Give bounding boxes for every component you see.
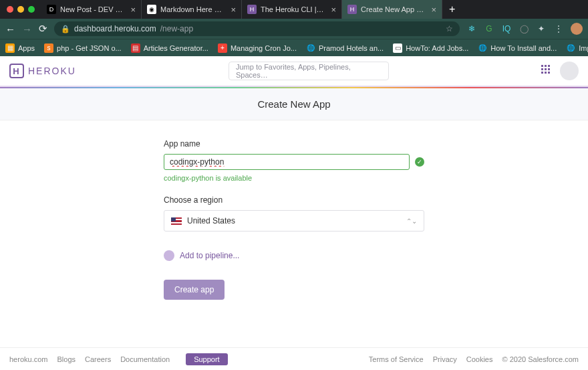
browser-tab[interactable]: H The Heroku CLI | Heroku Dev C × — [242, 0, 342, 19]
lock-icon: 🔒 — [61, 25, 70, 33]
forward-icon[interactable]: → — [22, 23, 32, 35]
app-name-input[interactable] — [164, 154, 410, 170]
dev-favicon-icon: D — [47, 5, 56, 14]
tab-label: The Heroku CLI | Heroku Dev C — [261, 5, 324, 13]
user-avatar[interactable] — [560, 62, 579, 80]
bookmark[interactable]: 🌐How To Install and... — [478, 43, 557, 53]
back-icon[interactable]: ← — [5, 23, 15, 35]
new-tab-button[interactable]: + — [442, 3, 462, 15]
tab-label: New Post - DEV Community 🌱 — [60, 5, 124, 14]
region-value: United States — [187, 216, 235, 225]
extension-icon[interactable]: ◯ — [519, 23, 529, 34]
close-window-icon[interactable] — [7, 6, 13, 13]
bookmark[interactable]: ▭HowTo: Add Jobs... — [393, 43, 468, 53]
nav-bar: ← → ⟳ 🔒 dashboard.heroku.com/new-app ☆ ❄… — [0, 19, 588, 39]
heroku-favicon-icon: H — [347, 5, 357, 14]
minimize-window-icon[interactable] — [17, 6, 24, 13]
footer-link[interactable]: Terms of Service — [369, 355, 424, 363]
browser-tab-active[interactable]: H Create New App | Heroku × — [342, 0, 442, 19]
check-icon: ✓ — [415, 157, 424, 167]
search-placeholder: Jump to Favorites, Apps, Pipelines, Spac… — [236, 63, 382, 79]
footer: heroku.com Blogs Careers Documentation S… — [0, 347, 588, 370]
page-title: Create New App — [0, 88, 588, 120]
bookmark[interactable]: ▦Apps — [5, 43, 35, 53]
url-path: /new-app — [160, 24, 193, 33]
chevron-down-icon: ⌃⌄ — [406, 217, 417, 225]
close-tab-icon[interactable]: × — [130, 5, 136, 15]
extension-icon[interactable]: IQ — [501, 23, 512, 34]
tab-label: Markdown Here Cheatsheet - a — [160, 5, 224, 13]
bookmark[interactable]: sphp - Get JSON o... — [44, 43, 122, 53]
us-flag-icon — [171, 217, 182, 225]
footer-copyright: © 2020 Salesforce.com — [502, 355, 579, 363]
window-controls — [0, 6, 41, 13]
bookmark[interactable]: +Managing Cron Jo... — [218, 43, 297, 53]
profile-avatar-icon[interactable] — [571, 23, 583, 35]
add-to-pipeline-link[interactable]: Add to pipeline... — [164, 250, 424, 261]
close-tab-icon[interactable]: × — [331, 5, 336, 15]
browser-tab[interactable]: D New Post - DEV Community 🌱 × — [41, 0, 142, 19]
create-app-button[interactable]: Create app — [164, 280, 225, 300]
bookmark[interactable]: ▤Articles Generator... — [131, 43, 208, 53]
extension-icon[interactable]: G — [484, 23, 494, 34]
footer-link[interactable]: Blogs — [57, 355, 76, 363]
heroku-favicon-icon: H — [247, 5, 257, 14]
bookmark[interactable]: 🌐Importing and Exp... — [566, 43, 588, 53]
support-button[interactable]: Support — [186, 353, 228, 365]
url-host: dashboard.heroku.com — [74, 24, 156, 33]
heroku-mark-icon: H — [9, 64, 24, 78]
heroku-logo[interactable]: H HEROKU — [9, 64, 76, 78]
footer-link[interactable]: Careers — [85, 355, 111, 363]
apps-grid-icon[interactable] — [541, 65, 553, 77]
bookmark[interactable]: 🌐Pramod Hotels an... — [306, 43, 384, 53]
footer-link[interactable]: Privacy — [433, 355, 457, 363]
availability-message: codingx-python is available — [164, 174, 424, 182]
pipeline-icon — [164, 250, 174, 261]
footer-link[interactable]: Cookies — [466, 355, 493, 363]
close-tab-icon[interactable]: × — [431, 5, 436, 15]
region-select[interactable]: United States ⌃⌄ — [164, 210, 424, 232]
menu-icon[interactable]: ⋮ — [553, 23, 564, 34]
heroku-brand-text: HEROKU — [28, 66, 76, 76]
tab-label: Create New App | Heroku — [361, 5, 424, 13]
footer-link[interactable]: heroku.com — [9, 355, 47, 363]
github-favicon-icon: ◉ — [147, 5, 156, 14]
star-icon[interactable]: ☆ — [446, 24, 453, 33]
reload-icon[interactable]: ⟳ — [39, 23, 47, 35]
heroku-header: H HEROKU Jump to Favorites, Apps, Pipeli… — [0, 56, 588, 87]
region-label: Choose a region — [164, 195, 424, 205]
app-name-label: App name — [164, 139, 424, 149]
maximize-window-icon[interactable] — [28, 6, 35, 13]
tab-strip: D New Post - DEV Community 🌱 × ◉ Markdow… — [0, 0, 588, 19]
extension-icon[interactable]: ❄ — [466, 23, 477, 34]
browser-tab[interactable]: ◉ Markdown Here Cheatsheet - a × — [142, 0, 242, 19]
bookmark-bar: ▦Apps sphp - Get JSON o... ▤Articles Gen… — [0, 39, 588, 56]
address-bar[interactable]: 🔒 dashboard.heroku.com/new-app ☆ — [54, 21, 460, 36]
footer-link[interactable]: Documentation — [120, 355, 170, 363]
search-input[interactable]: Jump to Favorites, Apps, Pipelines, Spac… — [229, 62, 389, 80]
extensions-puzzle-icon[interactable]: ✦ — [536, 23, 547, 34]
close-tab-icon[interactable]: × — [231, 5, 236, 15]
